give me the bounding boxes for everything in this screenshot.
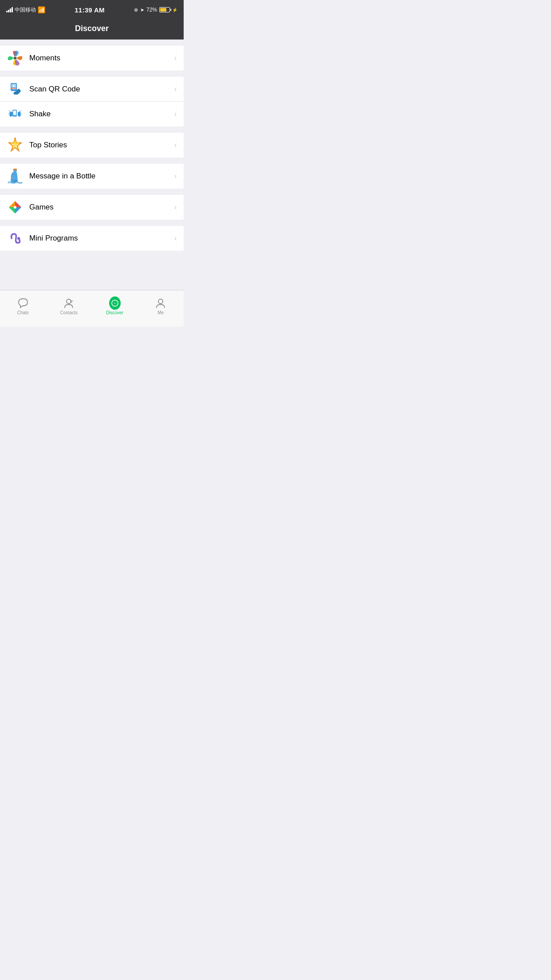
scan-qr-icon [7, 81, 23, 97]
section-games: Games › [0, 195, 184, 220]
menu-item-scan-qr[interactable]: Scan QR Code › [0, 77, 184, 102]
svg-point-25 [11, 150, 12, 151]
wifi-icon: 📶 [38, 6, 45, 13]
chats-tab-label: Chats [17, 310, 29, 315]
svg-point-2 [14, 57, 16, 59]
battery-percent: 72% [146, 7, 157, 13]
chats-tab-icon [17, 297, 29, 309]
svg-rect-7 [15, 84, 16, 85]
svg-rect-15 [13, 111, 16, 115]
svg-point-26 [9, 142, 10, 144]
menu-item-shake[interactable]: Shake › [0, 102, 184, 126]
svg-rect-28 [13, 169, 17, 170]
games-icon [7, 199, 23, 215]
separator-3 [0, 126, 184, 133]
moments-label: Moments [29, 54, 174, 63]
gps-icon: ➤ [140, 7, 144, 13]
svg-point-29 [14, 206, 16, 209]
separator-2 [0, 71, 184, 77]
games-chevron: › [174, 203, 177, 211]
menu-item-mini-programs[interactable]: Mini Programs › [0, 226, 184, 251]
svg-point-30 [17, 237, 20, 240]
menu-item-games[interactable]: Games › [0, 195, 184, 220]
message-bottle-chevron: › [174, 172, 177, 180]
battery-icon [159, 7, 170, 12]
status-bar: 中国移动 📶 11:39 AM ⊕ ➤ 72% ⚡ [0, 0, 184, 20]
charging-icon: ⚡ [172, 8, 177, 12]
tab-bar: Chats Contacts Discover [0, 290, 184, 327]
svg-point-22 [15, 138, 16, 139]
scan-qr-label: Scan QR Code [29, 85, 174, 94]
separator-5 [0, 189, 184, 195]
page-title: Discover [75, 24, 109, 33]
svg-point-36 [158, 299, 163, 304]
status-left: 中国移动 📶 [6, 6, 45, 14]
svg-line-16 [9, 111, 10, 111]
separator-6 [0, 220, 184, 226]
status-time: 11:39 AM [75, 6, 105, 14]
svg-rect-12 [15, 87, 16, 88]
top-stories-label: Top Stories [29, 141, 174, 150]
top-stories-icon [7, 137, 23, 153]
section-moments: Moments › [0, 46, 184, 71]
message-bottle-icon [7, 168, 23, 184]
svg-point-23 [20, 142, 22, 144]
separator-4 [0, 158, 184, 164]
mini-programs-label: Mini Programs [29, 234, 174, 243]
discover-tab-icon [109, 297, 121, 309]
tab-contacts[interactable]: Contacts [46, 290, 92, 327]
svg-point-31 [67, 299, 71, 304]
moments-chevron: › [174, 54, 177, 62]
menu-item-top-stories[interactable]: Top Stories › [0, 133, 184, 158]
svg-rect-11 [13, 87, 14, 88]
svg-rect-8 [12, 86, 13, 87]
mini-programs-chevron: › [174, 234, 177, 242]
shake-label: Shake [29, 110, 174, 119]
svg-rect-10 [12, 87, 13, 88]
me-tab-label: Me [157, 310, 164, 315]
contacts-tab-icon [63, 297, 75, 309]
me-tab-icon [155, 297, 166, 309]
location-icon: ⊕ [134, 7, 138, 13]
svg-line-17 [20, 111, 21, 111]
svg-rect-9 [15, 86, 16, 87]
shake-chevron: › [174, 110, 177, 118]
signal-bars-icon [6, 7, 13, 12]
status-right: ⊕ ➤ 72% ⚡ [134, 7, 177, 13]
tab-discover[interactable]: Discover [92, 290, 138, 327]
tab-me[interactable]: Me [138, 290, 184, 327]
scan-qr-chevron: › [174, 85, 177, 93]
svg-point-24 [18, 150, 20, 151]
shake-icon [7, 106, 23, 122]
svg-point-35 [114, 303, 115, 304]
message-bottle-label: Message in a Bottle [29, 172, 174, 181]
carrier-label: 中国移动 [15, 6, 36, 14]
content-fill [0, 251, 184, 290]
moments-icon [7, 50, 23, 66]
mini-programs-icon [7, 230, 23, 246]
menu-item-moments[interactable]: Moments › [0, 46, 184, 71]
games-label: Games [29, 203, 174, 212]
separator-1 [0, 40, 184, 46]
section-bottle: Message in a Bottle › [0, 164, 184, 189]
page-header: Discover [0, 20, 184, 40]
contacts-tab-label: Contacts [60, 310, 78, 315]
discover-tab-label: Discover [106, 310, 123, 315]
top-stories-chevron: › [174, 141, 177, 149]
section-mini-programs: Mini Programs › [0, 226, 184, 251]
section-scan-shake: Scan QR Code › Shake › [0, 77, 184, 126]
section-top-stories: Top Stories › [0, 133, 184, 158]
menu-item-message-bottle[interactable]: Message in a Bottle › [0, 164, 184, 189]
tab-chats[interactable]: Chats [0, 290, 46, 327]
svg-rect-5 [12, 84, 13, 85]
svg-rect-6 [13, 84, 14, 85]
